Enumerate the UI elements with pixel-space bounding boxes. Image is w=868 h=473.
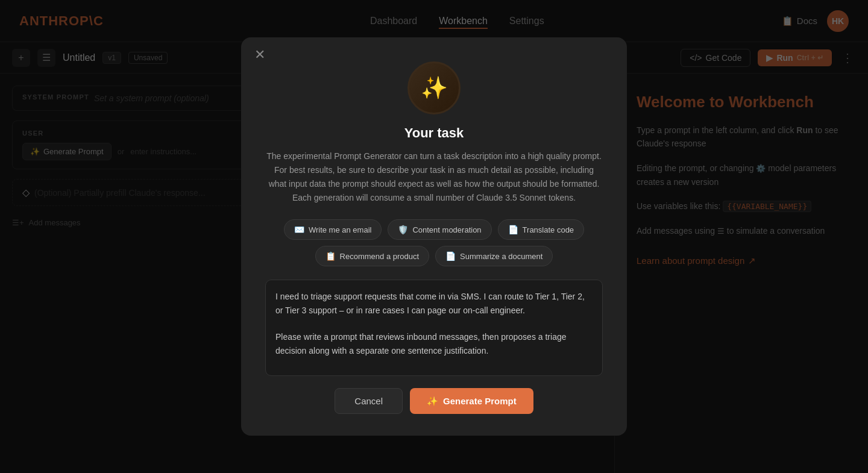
generate-icon: ✨ bbox=[427, 396, 438, 407]
modal-description: The experimental Prompt Generator can tu… bbox=[265, 149, 603, 205]
chip-email-label: Write me an email bbox=[309, 225, 372, 234]
chip-recommend[interactable]: 📋 Recommend a product bbox=[315, 246, 430, 266]
cancel-button[interactable]: Cancel bbox=[335, 388, 403, 414]
chip-translate[interactable]: 📄 Translate code bbox=[498, 219, 585, 240]
moderation-chip-icon: 🛡️ bbox=[398, 225, 408, 234]
modal-title: Your task bbox=[404, 125, 464, 141]
modal-actions: Cancel ✨ Generate Prompt bbox=[265, 388, 603, 414]
chip-recommend-label: Recommend a product bbox=[340, 252, 420, 261]
chip-email[interactable]: ✉️ Write me an email bbox=[284, 219, 382, 240]
task-textarea[interactable] bbox=[265, 280, 603, 376]
chip-moderation[interactable]: 🛡️ Content moderation bbox=[388, 219, 491, 240]
chip-translate-label: Translate code bbox=[523, 225, 574, 234]
email-chip-icon: ✉️ bbox=[294, 225, 304, 234]
magic-wand-icon: ✨ bbox=[421, 75, 448, 101]
modal-icon-circle: ✨ bbox=[407, 61, 461, 114]
recommend-chip-icon: 📋 bbox=[326, 251, 336, 261]
chip-summarize[interactable]: 📄 Summarize a document bbox=[435, 246, 553, 266]
chip-summarize-label: Summarize a document bbox=[460, 252, 542, 261]
translate-chip-icon: 📄 bbox=[508, 225, 518, 234]
modal-chips: ✉️ Write me an email 🛡️ Content moderati… bbox=[265, 219, 603, 266]
generate-prompt-submit-button[interactable]: ✨ Generate Prompt bbox=[410, 388, 533, 414]
summarize-chip-icon: 📄 bbox=[445, 251, 456, 261]
modal-dialog: ✕ ✨ Your task The experimental Prompt Ge… bbox=[241, 37, 627, 436]
chip-moderation-label: Content moderation bbox=[412, 225, 481, 234]
modal-overlay[interactable]: ✕ ✨ Your task The experimental Prompt Ge… bbox=[0, 0, 868, 473]
modal-close-button[interactable]: ✕ bbox=[254, 48, 265, 61]
